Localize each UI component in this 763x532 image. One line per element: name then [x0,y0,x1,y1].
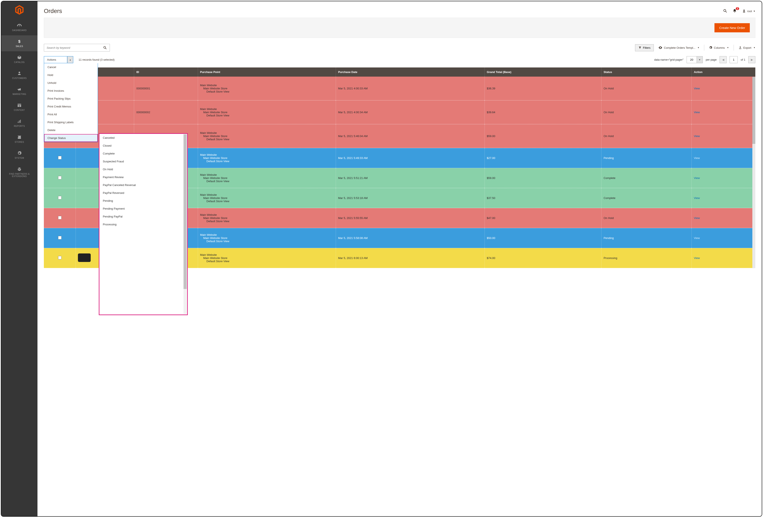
total-pages-label: of 1 [741,58,745,61]
action-cancel[interactable]: Cancel [44,63,98,71]
status-option-closed[interactable]: Closed [99,142,187,149]
view-link[interactable]: View [694,176,700,180]
row-checkbox[interactable] [58,176,61,179]
puzzle-icon [17,167,22,171]
view-link[interactable]: View [694,111,700,114]
cell-purchase-point: Main WebsiteMain Website StoreDefault St… [198,228,336,248]
filters-button[interactable]: Filters [635,44,654,51]
search-submit-button[interactable] [100,44,110,51]
status-option-pending-payment[interactable]: Pending Payment [99,205,187,213]
col-purchase-point[interactable]: Purchase Point [198,67,336,77]
create-order-button[interactable]: Create New Order [714,23,750,32]
main-content: Orders 2 root ▼ Create New Order [38,1,762,516]
view-link[interactable]: View [694,87,700,90]
perpage-input[interactable] [687,56,697,63]
nav-label: MARKETING [3,93,36,95]
col-purchase-date[interactable]: Purchase Date [336,67,485,77]
row-checkbox[interactable] [58,196,61,199]
action-unhold[interactable]: Unhold [44,79,98,87]
global-search-icon[interactable] [723,9,727,14]
status-option-pending[interactable]: Pending [99,197,187,205]
export-dropdown[interactable]: Export ▼ [738,46,756,49]
nav-reports[interactable]: REPORTS [1,115,38,131]
action-change-status[interactable]: Change Status [44,134,98,142]
view-link[interactable]: View [694,196,700,200]
row-checkbox[interactable] [58,256,61,259]
search-input[interactable] [44,44,100,51]
nav-label: DASHBOARD [3,29,36,32]
action-print-shipping-labels[interactable]: Print Shipping Labels [44,118,98,126]
person-icon [17,71,22,76]
status-option-paypal-reversed[interactable]: PayPal Reversed [99,189,187,197]
row-checkbox[interactable] [58,216,61,220]
action-print-credit-memos[interactable]: Print Credit Memos [44,103,98,111]
grid-vertical-scrollbar[interactable] [752,77,755,268]
row-checkbox[interactable] [58,156,61,159]
admin-sidebar: DASHBOARD $ SALES CATALOG CUSTOMERS MARK… [1,1,38,516]
table-row[interactable]: 000000002Main WebsiteMain Website StoreD… [44,100,755,124]
cell-total: $47.00 [485,208,601,228]
perpage-select[interactable]: ▼ [687,56,703,63]
status-option-suspected-fraud[interactable]: Suspected Fraud [99,157,187,165]
gear-icon [17,151,22,155]
nav-sales[interactable]: $ SALES [1,35,38,51]
action-hold[interactable]: Hold [44,71,98,79]
columns-dropdown[interactable]: Columns ▼ [709,46,729,49]
nav-dashboard[interactable]: DASHBOARD [1,19,38,35]
view-link[interactable]: View [694,256,700,260]
notifications-button[interactable]: 2 [732,9,737,14]
col-action[interactable]: Action [692,67,755,77]
cell-purchase-point: Main WebsiteMain Website StoreDefault St… [198,77,336,100]
col-status[interactable]: Status [601,67,692,77]
eye-icon [658,46,662,49]
chevron-down-icon: ▼ [753,46,755,49]
view-label: Complete Orders Templ... [664,46,695,49]
view-link[interactable]: View [694,236,700,240]
cell-purchase-point: Main WebsiteMain Website StoreDefault St… [198,148,336,168]
status-option-payment-review[interactable]: Payment Review [99,173,187,181]
status-option-pending-paypal[interactable]: Pending PayPal [99,213,187,221]
nav-marketing[interactable]: MARKETING [1,83,38,99]
action-print-packing-slips[interactable]: Print Packing Slips [44,95,98,103]
cell-status: Pending [601,228,692,248]
actions-label: Actions [44,56,67,63]
action-print-invoices[interactable]: Print Invoices [44,87,98,95]
view-link[interactable]: View [694,134,700,138]
default-view-dropdown[interactable]: Complete Orders Templ... ▼ [658,46,699,49]
magento-logo[interactable] [15,4,24,15]
status-option-processing[interactable]: Processing [99,221,187,228]
submenu-scrollbar[interactable] [183,134,187,314]
status-option-paypal-canceled-reversal[interactable]: PayPal Canceled Reversal [99,181,187,189]
nav-system[interactable]: SYSTEM [1,147,38,163]
pager-prev-button[interactable]: ◀ [719,56,726,63]
status-option-canceled[interactable]: Canceled [99,134,187,142]
cell-date: Mar 5, 2021 5:46:04 AM [336,124,485,148]
status-option-complete[interactable]: Complete [99,149,187,157]
megaphone-icon [17,87,22,92]
pager-next-button[interactable]: ▶ [748,56,755,63]
nav-stores[interactable]: STORES [1,131,38,147]
cell-status: On Hold [601,100,692,124]
col-grand-total[interactable]: Grand Total (Base) [485,67,601,77]
cell-purchase-point: Main WebsiteMain Website StoreDefault St… [198,188,336,208]
nav-content[interactable]: CONTENT [1,99,38,115]
nav-catalog[interactable]: CATALOG [1,51,38,67]
view-link[interactable]: View [694,156,700,160]
cell-date: Mar 5, 2021 4:00:34 AM [336,100,485,124]
nav-customers[interactable]: CUSTOMERS [1,67,38,83]
user-menu[interactable]: root ▼ [742,9,755,13]
cell-status: On Hold [601,77,692,100]
view-link[interactable]: View [694,217,700,220]
table-row[interactable]: 000000001Main WebsiteMain Website StoreD… [44,77,755,100]
cell-total: $27.00 [485,148,601,168]
action-delete[interactable]: Delete [44,126,98,134]
col-id[interactable]: ID [134,67,198,77]
status-option-on-hold[interactable]: On Hold [99,165,187,173]
svg-line-4 [105,48,106,49]
mass-actions-dropdown[interactable]: Actions ▲ Cancel Hold Unhold Print Invoi… [44,56,73,63]
action-print-all[interactable]: Print All [44,111,98,118]
page-number-input[interactable] [729,56,738,63]
row-checkbox[interactable] [58,236,61,239]
nav-extensions[interactable]: FIND PARTNERS & EXTENSIONS [1,163,38,181]
change-status-submenu: Canceled Closed Complete Suspected Fraud… [99,133,188,315]
